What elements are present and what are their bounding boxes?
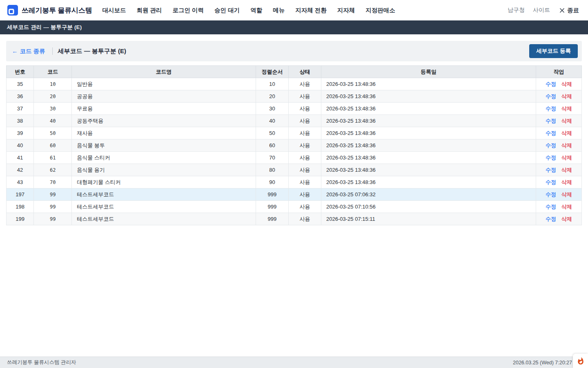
cell-order: 60 [256,139,288,152]
nav-item-dashboard[interactable]: 대시보드 [97,4,131,17]
cell-name: 테스트세부코드 [72,188,256,201]
cell-date: 2026-03-25 07:10:56 [321,201,536,213]
org-link[interactable]: 남구청 [505,5,528,16]
cell-name: 무료용 [72,103,256,115]
site-link[interactable]: 사이트 [530,5,553,16]
cell-no: 40 [7,139,34,152]
edit-link[interactable]: 수정 [546,167,556,173]
edit-link[interactable]: 수정 [546,216,556,222]
table-header-row: 번호 코드 코드명 정렬순서 상태 등록일 작업 [7,66,582,78]
table-row: 198 99 테스트세부코드 999 사용 2026-03-25 07:10:5… [7,201,582,213]
nav-item-gov[interactable]: 지자체 [332,4,361,17]
page-header: 세부코드 관리 — 봉투구분 (E) [0,20,588,34]
nav-item-menus[interactable]: 메뉴 [267,4,290,17]
cell-date: 2026-03-25 13:48:36 [321,115,536,127]
delete-link[interactable]: 삭제 [561,167,572,173]
edit-link[interactable]: 수정 [546,191,556,197]
edit-link[interactable]: 수정 [546,179,556,185]
table-row: 35 10 일반용 10 사용 2026-03-25 13:48:36 수정 삭… [7,78,582,90]
table-row: 39 50 재사용 50 사용 2026-03-25 13:48:36 수정 삭… [7,127,582,139]
footer-admin-label: 쓰레기봉투 물류시스템 관리자 [7,359,76,366]
cell-order: 30 [256,103,288,115]
nav-item-roles[interactable]: 역할 [245,4,267,17]
cell-order: 10 [256,78,288,90]
cell-code: 61 [34,152,72,164]
delete-link[interactable]: 삭제 [561,204,572,210]
brand[interactable]: 쓰레기봉투 물류시스템 [7,5,92,16]
cell-code: 10 [34,78,72,90]
cell-date: 2026-03-25 07:06:32 [321,188,536,201]
cell-status: 사용 [288,115,321,127]
cell-actions: 수정 삭제 [536,78,581,90]
cell-order: 20 [256,90,288,103]
nav-item-gov-switch[interactable]: 지자체 전환 [290,4,332,17]
register-detail-code-button[interactable]: 세부코드 등록 [529,44,578,58]
cell-date: 2026-03-25 13:48:36 [321,90,536,103]
delete-link[interactable]: 삭제 [561,179,572,185]
cell-no: 39 [7,127,34,139]
table-row: 37 30 무료용 30 사용 2026-03-25 13:48:36 수정 삭… [7,103,582,115]
cell-no: 197 [7,188,34,201]
delete-link[interactable]: 삭제 [561,155,572,161]
edit-link[interactable]: 수정 [546,81,556,87]
cell-status: 사용 [288,90,321,103]
cell-code: 62 [34,164,72,176]
cell-date: 2026-03-25 13:48:36 [321,152,536,164]
edit-link[interactable]: 수정 [546,142,556,148]
delete-link[interactable]: 삭제 [561,81,572,87]
cell-actions: 수정 삭제 [536,164,581,176]
back-arrow-icon: ← [12,48,18,54]
cell-date: 2026-03-25 13:48:36 [321,139,536,152]
table-row: 38 40 공동주택용 40 사용 2026-03-25 13:48:36 수정… [7,115,582,127]
detail-code-table-wrap: 번호 코드 코드명 정렬순서 상태 등록일 작업 35 10 일반용 10 사용… [6,65,582,225]
edit-link[interactable]: 수정 [546,93,556,99]
cell-name: 일반용 [72,78,256,90]
logout-link[interactable]: 종료 [555,5,581,16]
debug-toolbar-toggle[interactable] [573,354,588,368]
cell-order: 999 [256,188,288,201]
edit-link[interactable]: 수정 [546,130,556,136]
nav-item-designated-sellers[interactable]: 지정판매소 [360,4,401,17]
delete-link[interactable]: 삭제 [561,216,572,222]
cell-order: 90 [256,176,288,188]
delete-link[interactable]: 삭제 [561,93,572,99]
cell-actions: 수정 삭제 [536,188,581,201]
back-link[interactable]: ← 코드 종류 [10,45,47,58]
delete-link[interactable]: 삭제 [561,130,572,136]
cell-date: 2026-03-25 13:48:36 [321,78,536,90]
cell-name: 공공용 [72,90,256,103]
edit-link[interactable]: 수정 [546,105,556,112]
cell-code: 30 [34,103,72,115]
cell-no: 42 [7,164,34,176]
edit-link[interactable]: 수정 [546,155,556,161]
cell-actions: 수정 삭제 [536,103,581,115]
cell-code: 50 [34,127,72,139]
table-row: 40 60 음식물 봉투 60 사용 2026-03-25 13:48:36 수… [7,139,582,152]
cell-status: 사용 [288,152,321,164]
delete-link[interactable]: 삭제 [561,191,572,197]
table-row: 43 70 대형폐기물 스티커 90 사용 2026-03-25 13:48:3… [7,176,582,188]
cell-order: 999 [256,201,288,213]
cell-code: 99 [34,201,72,213]
table-row: 197 99 테스트세부코드 999 사용 2026-03-25 07:06:3… [7,188,582,201]
detail-code-table: 번호 코드 코드명 정렬순서 상태 등록일 작업 35 10 일반용 10 사용… [6,65,582,225]
cell-status: 사용 [288,201,321,213]
nav-item-login-history[interactable]: 로그인 이력 [167,4,209,17]
cell-date: 2026-03-25 13:48:36 [321,164,536,176]
app-title: 쓰레기봉투 물류시스템 [22,6,92,15]
delete-link[interactable]: 삭제 [561,142,572,148]
nav-item-approval-pending[interactable]: 승인 대기 [209,4,245,17]
toolbar-panel: ← 코드 종류 세부코드 — 봉투구분 (E) 세부코드 등록 [6,41,582,61]
cell-actions: 수정 삭제 [536,127,581,139]
delete-link[interactable]: 삭제 [561,105,572,112]
cell-order: 80 [256,164,288,176]
cell-name: 음식물 스티커 [72,152,256,164]
cell-code: 60 [34,139,72,152]
topbar: 쓰레기봉투 물류시스템 대시보드회원 관리로그인 이력승인 대기역할메뉴지자체 … [0,0,588,20]
edit-link[interactable]: 수정 [546,118,556,124]
nav-item-members[interactable]: 회원 관리 [131,4,167,17]
cell-code: 99 [34,188,72,201]
delete-link[interactable]: 삭제 [561,118,572,124]
edit-link[interactable]: 수정 [546,204,556,210]
cell-name: 테스트세부코드 [72,201,256,213]
